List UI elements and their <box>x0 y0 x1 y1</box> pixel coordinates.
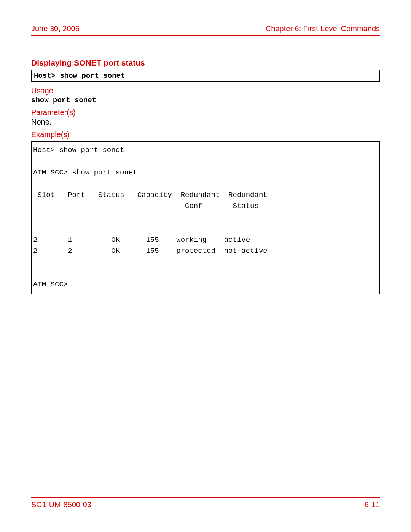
parameters-text: None. <box>31 118 380 126</box>
footer-doc-id: SG1-UM-8500-03 <box>31 500 91 509</box>
header-chapter: Chapter 6: First-Level Commands <box>266 24 380 33</box>
page-footer: SG1-UM-8500-03 6-11 <box>31 497 380 509</box>
usage-heading: Usage <box>31 86 380 95</box>
document-page: June 30, 2006 Chapter 6: First-Level Com… <box>0 0 411 532</box>
usage-command: show port sonet <box>31 96 380 104</box>
command-syntax-box: Host> show port sonet <box>31 70 380 82</box>
examples-heading: Example(s) <box>31 130 380 139</box>
page-header: June 30, 2006 Chapter 6: First-Level Com… <box>31 24 380 36</box>
example-output-box: Host> show port sonet ATM_SCC> show port… <box>31 141 380 294</box>
parameters-heading: Parameter(s) <box>31 108 380 117</box>
section-title: Displaying SONET port status <box>31 58 380 67</box>
header-date: June 30, 2006 <box>31 24 80 33</box>
footer-page-number: 6-11 <box>365 500 380 509</box>
